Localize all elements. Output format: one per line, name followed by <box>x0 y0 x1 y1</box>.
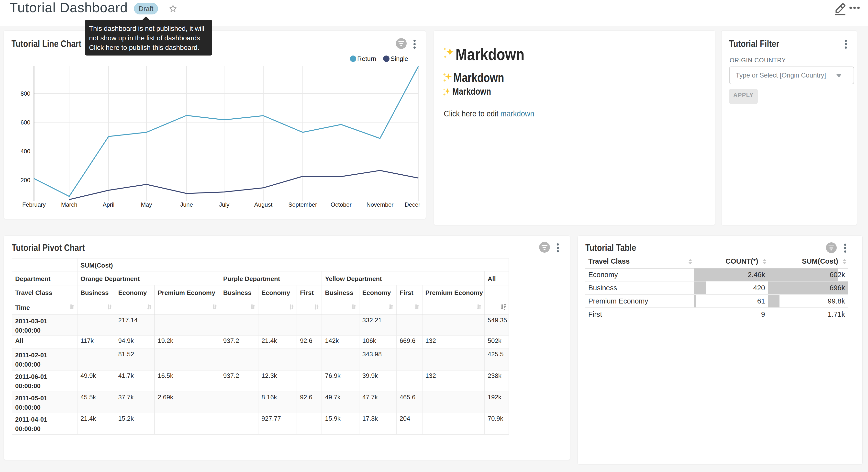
svg-text:March: March <box>61 201 78 208</box>
svg-text:200: 200 <box>21 177 30 183</box>
svg-text:Return: Return <box>357 55 376 62</box>
svg-text:600: 600 <box>21 119 30 126</box>
svg-text:September: September <box>288 201 317 208</box>
svg-text:August: August <box>254 201 273 208</box>
svg-text:July: July <box>219 201 229 208</box>
svg-text:April: April <box>103 201 115 208</box>
svg-text:June: June <box>180 201 193 208</box>
svg-text:October: October <box>331 201 351 208</box>
svg-text:May: May <box>141 201 152 208</box>
svg-text:February: February <box>22 201 46 208</box>
svg-text:800: 800 <box>21 90 30 97</box>
svg-text:400: 400 <box>21 148 30 154</box>
svg-text:November: November <box>367 201 394 208</box>
svg-text:December: December <box>405 201 420 208</box>
svg-text:Single: Single <box>391 55 408 62</box>
